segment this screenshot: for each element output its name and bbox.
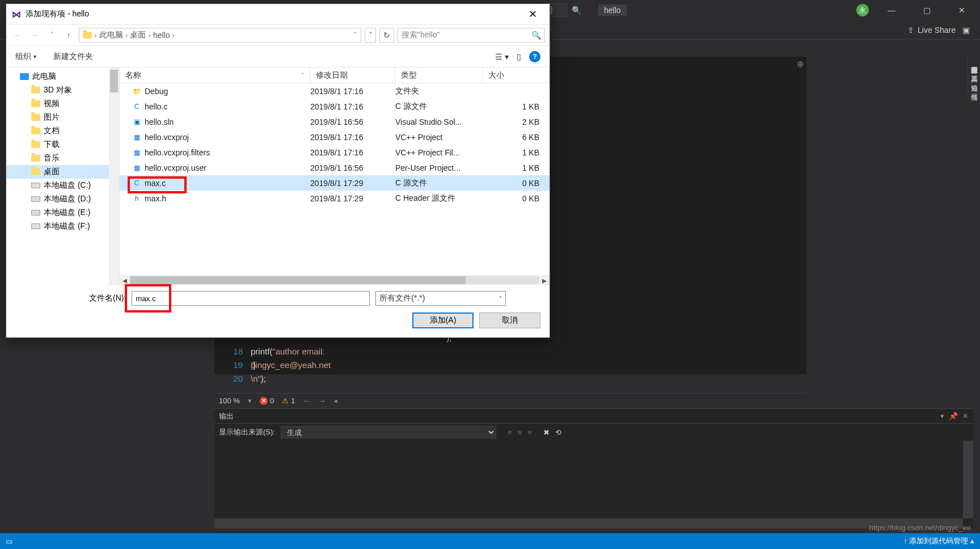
maximize-button[interactable]: ▢ [914, 2, 939, 19]
add-existing-item-dialog: ⋈ 添加现有项 - hello ✕ ← → ˅ ↑ › 此电脑›桌面›hello… [6, 3, 550, 338]
dialog-close-button[interactable]: ✕ [521, 8, 544, 20]
dropdown-icon[interactable]: ˅ [365, 28, 376, 43]
preview-pane-icon[interactable]: ▯ [517, 52, 521, 61]
new-folder-button[interactable]: 新建文件夹 [53, 52, 93, 62]
file-date: 2019/8/1 17:16 [310, 87, 395, 96]
output-close-icon[interactable]: ✕ [962, 412, 969, 420]
output-body[interactable] [214, 441, 973, 529]
pc-icon [20, 72, 29, 81]
right-tab[interactable]: 属性 [968, 84, 980, 93]
tree-item[interactable]: 此电脑 [6, 70, 119, 83]
nav-up-icon[interactable]: ↑ [62, 31, 75, 40]
view-options-icon[interactable]: ☰ ▾ [495, 52, 509, 61]
col-name[interactable]: 名称 [125, 70, 141, 81]
search-icon[interactable]: 🔍 [572, 6, 581, 15]
help-icon[interactable]: ? [529, 51, 540, 62]
folder-icon [31, 140, 40, 149]
organize-menu[interactable]: 组织▾ [15, 52, 36, 62]
warning-count[interactable]: ⚠1 [282, 396, 295, 405]
tree-item[interactable]: 本地磁盘 (F:) [6, 219, 119, 233]
output-vscroll[interactable] [963, 441, 973, 518]
proj-icon: ▦ [132, 163, 141, 172]
source-control-label[interactable]: 添加到源代码管理 [909, 537, 968, 545]
code-line: |} [251, 358, 256, 372]
tree-item[interactable]: 音乐 [6, 151, 119, 165]
error-count[interactable]: ✕0 [260, 396, 274, 405]
tree-item[interactable]: 文档 [6, 124, 119, 138]
zoom-level[interactable]: 100 % [219, 396, 240, 405]
dialog-search[interactable]: 搜索"hello" 🔍 [398, 28, 545, 43]
tree-item[interactable]: 本地磁盘 (D:) [6, 192, 119, 206]
tree-item[interactable]: 视频 [6, 97, 119, 111]
add-button[interactable]: 添加(A) [412, 312, 474, 328]
tree-item-label: 音乐 [44, 153, 60, 163]
file-row[interactable]: Chello.c2019/8/1 17:16C 源文件1 KB [120, 99, 550, 114]
breadcrumb[interactable]: › 此电脑›桌面›hello›˅ [79, 28, 361, 43]
tree-item[interactable]: 本地磁盘 (C:) [6, 179, 119, 192]
right-tab[interactable]: 工具箱 [968, 66, 980, 75]
output-pin-icon[interactable]: 📌 [949, 412, 958, 420]
file-name: max.c [145, 179, 166, 188]
output-dropdown-icon[interactable]: ▾ [940, 412, 944, 420]
right-tab[interactable]: 服务器资源管理器 [968, 57, 980, 66]
output-tool-icon[interactable]: ≡ [518, 428, 522, 437]
file-name: hello.c [145, 102, 167, 111]
live-share-button[interactable]: ⇪ Live Share ▣ [907, 26, 970, 35]
file-size: 6 KB [483, 133, 550, 142]
filename-input[interactable] [132, 291, 370, 306]
file-row[interactable]: ▦hello.vcxproj.user2019/8/1 16:56Per-Use… [120, 160, 550, 175]
output-hscroll[interactable] [214, 518, 963, 529]
search-placeholder: 搜索"hello" [402, 30, 440, 40]
output-tool-icon[interactable]: ≡ [527, 428, 532, 437]
close-button[interactable]: ✕ [949, 2, 974, 19]
tree-item[interactable]: 桌面 [6, 165, 119, 179]
output-tool-icon[interactable]: ≡ [508, 428, 512, 437]
breadcrumb-segment[interactable]: 此电脑 [99, 30, 123, 40]
tree-item[interactable]: 下载 [6, 138, 119, 151]
nav-back-icon[interactable]: ← [11, 31, 24, 40]
split-editor-icon[interactable]: ⊕ [797, 59, 804, 69]
nav-recent-icon[interactable]: ˅ [45, 31, 58, 40]
breadcrumb-segment[interactable]: hello [153, 31, 170, 40]
zoom-dropdown-icon[interactable]: ▾ [248, 396, 252, 405]
cancel-button[interactable]: 取消 [479, 312, 540, 328]
output-clear-icon[interactable]: ✖ [543, 428, 550, 437]
right-tab[interactable]: 通知 [968, 75, 980, 84]
file-row[interactable]: ▣hello.sln2019/8/1 16:56Visual Studio So… [120, 114, 550, 129]
tree-item-label: 本地磁盘 (D:) [44, 194, 91, 204]
user-avatar[interactable]: 永 [856, 4, 869, 16]
file-row[interactable]: Cmax.c2019/8/1 17:29C 源文件0 KB [120, 175, 550, 191]
tree-item[interactable]: 本地磁盘 (E:) [6, 206, 119, 219]
file-list: 名称˄ 修改日期 类型 大小 📁Debug2019/8/1 17:16文件夹Ch… [120, 67, 550, 285]
nav-next-icon[interactable]: → [318, 396, 326, 405]
file-list-header[interactable]: 名称˄ 修改日期 类型 大小 [120, 67, 550, 83]
file-row[interactable]: ▦hello.vcxproj.filters2019/8/1 17:16VC++… [120, 145, 550, 160]
col-date[interactable]: 修改日期 [310, 67, 395, 83]
c-icon: C [132, 102, 141, 111]
minimize-button[interactable]: — [879, 2, 904, 19]
file-date: 2019/8/1 16:56 [310, 163, 395, 172]
tree-item[interactable]: 3D 对象 [6, 83, 119, 97]
tree-scrollbar[interactable] [109, 67, 119, 285]
nav-prev-icon[interactable]: ← [303, 396, 310, 405]
folder-tree[interactable]: 此电脑3D 对象视频图片文档下载音乐桌面本地磁盘 (C:)本地磁盘 (D:)本地… [6, 67, 120, 285]
h-icon: h [132, 194, 141, 203]
file-row[interactable]: 📁Debug2019/8/1 17:16文件夹 [120, 83, 550, 99]
nav-back-icon[interactable]: ◂ [333, 396, 337, 405]
output-source-select[interactable]: 生成 [281, 426, 496, 438]
col-type[interactable]: 类型 [395, 67, 483, 83]
file-date: 2019/8/1 17:16 [310, 148, 395, 157]
file-row[interactable]: hmax.h2019/8/1 17:29C Header 源文件0 KB [120, 191, 550, 206]
output-wrap-icon[interactable]: ⟲ [555, 428, 561, 437]
file-date: 2019/8/1 17:16 [310, 133, 395, 142]
taskview-icon[interactable]: ▭ [6, 537, 12, 546]
file-row[interactable]: ▦hello.vcxproj2019/8/1 17:16VC++ Project… [120, 129, 550, 145]
refresh-icon[interactable]: ↻ [379, 28, 394, 43]
filetype-select[interactable]: 所有文件(*.*)˅ [375, 291, 506, 306]
output-panel: 输出 ▾ 📌 ✕ 显示输出来源(S): 生成 ≡ ≡ ≡ ✖ ⟲ [214, 408, 973, 529]
tree-item[interactable]: 图片 [6, 111, 119, 124]
col-size[interactable]: 大小 [483, 67, 550, 83]
breadcrumb-segment[interactable]: 桌面 [130, 30, 146, 40]
nav-forward-icon[interactable]: → [28, 31, 41, 40]
file-list-hscroll[interactable]: ◂▸ [120, 275, 550, 285]
